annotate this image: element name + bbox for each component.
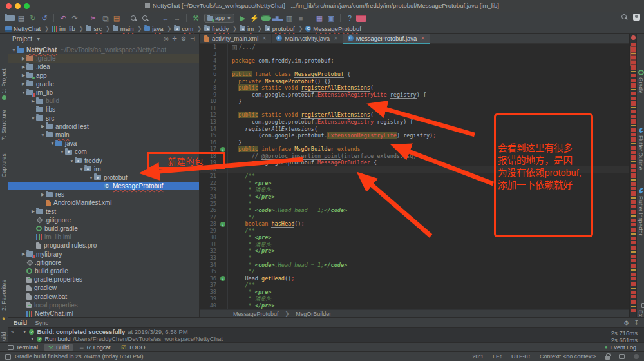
paste-icon[interactable]: ▤ (111, 14, 122, 23)
breadcrumb-item-im_lib[interactable]: im_lib (52, 25, 75, 32)
tool-button-1-project[interactable]: 1: Project (1, 68, 7, 93)
settings-gear-icon[interactable]: ⚙ (623, 320, 629, 326)
find-icon[interactable] (130, 15, 140, 22)
tool-button-gradle[interactable]: Gradle (638, 70, 644, 94)
tree-item-build.gradle[interactable]: build.gradle (8, 224, 199, 233)
tree-item-src[interactable]: ▼src (8, 114, 199, 122)
toggle-toolwindows-icon[interactable] (5, 354, 11, 360)
profile-avatar-icon[interactable] (633, 14, 640, 21)
crumb-MessageProtobuf[interactable]: MessageProtobuf (233, 311, 279, 317)
close-icon[interactable]: ✕ (262, 35, 267, 41)
chevron-down-icon[interactable]: ▼ (23, 329, 26, 334)
toolwindow-button-6-logcat[interactable]: ≣6: Logcat (75, 344, 115, 351)
attach-debugger-icon[interactable]: ▥ (284, 14, 294, 23)
tree-item-im_lib[interactable]: ▼im_lib (8, 88, 199, 97)
close-icon[interactable]: ✕ (334, 35, 338, 41)
avd-manager-icon[interactable] (356, 15, 366, 22)
chevron-down-icon[interactable]: ▼ (30, 337, 34, 341)
tree-item-gradlew[interactable]: gradlew (8, 284, 199, 292)
profile-icon[interactable] (272, 15, 283, 21)
apply-changes-icon[interactable]: ⚡ (249, 14, 260, 23)
forward-icon[interactable]: → (172, 14, 182, 23)
tree-item-protobuf[interactable]: ▼protobuf (8, 173, 199, 182)
chevron-down-icon[interactable]: ▼ (40, 133, 46, 137)
tree-item-gradlew.bat[interactable]: gradlew.bat (8, 292, 199, 300)
tree-item-gradle[interactable]: ▶gradle (8, 80, 199, 88)
tree-item-AndroidManifest.xml[interactable]: AndroidManifest.xml (8, 199, 199, 207)
search-everywhere-icon[interactable] (621, 14, 628, 21)
close-icon[interactable]: ✕ (421, 35, 425, 41)
breadcrumb-item-main[interactable]: main (113, 25, 134, 32)
tree-item-build.gradle[interactable]: build.gradle (8, 267, 199, 275)
save-icon[interactable]: ▤ (16, 14, 26, 23)
tree-item-test[interactable]: ▶test (8, 208, 199, 216)
chevron-down-icon[interactable]: ▼ (88, 175, 94, 180)
tree-item-.gradle[interactable]: ▶.gradle (8, 54, 199, 63)
tool-button-flutter-outline[interactable]: Flutter Outline (638, 128, 644, 170)
implemented-marker-icon[interactable]: ↓ (220, 147, 225, 152)
build-tab-Sync[interactable]: Sync (35, 319, 48, 326)
encoding[interactable]: UTF-8↕ (511, 353, 531, 360)
undo-icon[interactable]: ↶ (58, 14, 68, 23)
chevron-right-icon[interactable]: ▶ (21, 56, 26, 61)
cut-icon[interactable]: ✂ (88, 14, 99, 23)
toolwindow-button-build[interactable]: ⚒Build (44, 344, 73, 351)
open-folder-icon[interactable] (5, 15, 15, 21)
chevron-down-icon[interactable]: ▼ (11, 48, 17, 52)
device-icon[interactable] (619, 354, 625, 359)
hide-panel-icon[interactable]: ⊣ (190, 35, 195, 42)
tree-item-mylibrary[interactable]: ▶mylibrary (8, 250, 199, 259)
tree-item-NettyChat[interactable]: ▼NettyChat~/DevTools/as_workspace/NettyC… (8, 46, 199, 54)
build-row-2[interactable]: ▼✓Run build /Users/FreddyChen/DevTools/a… (8, 335, 644, 342)
tree-item-.gitignore[interactable]: .gitignore (8, 216, 199, 224)
back-icon[interactable]: ← (160, 14, 171, 23)
context[interactable]: Context: <no context> (540, 353, 596, 360)
breadcrumb-item-src[interactable]: src (86, 25, 102, 32)
breadcrumb-item-com[interactable]: com (174, 25, 193, 32)
breadcrumb-item-freddy[interactable]: freddy (204, 25, 229, 32)
tree-item-gradle.properties[interactable]: gradle.properties (8, 275, 199, 284)
editor-tab-MessageProtobuf.java[interactable]: CMessageProtobuf.java✕ (343, 34, 430, 43)
chevron-right-icon[interactable]: ▶ (40, 124, 46, 129)
chevron-right-icon[interactable]: ▶ (21, 251, 26, 257)
chevron-right-icon[interactable]: ▶ (21, 73, 26, 78)
editor-tab-MainActivity.java[interactable]: CMainActivity.java✕ (272, 34, 343, 43)
find-replace-icon[interactable] (142, 15, 152, 22)
chevron-down-icon[interactable]: ▼ (50, 141, 55, 146)
locate-icon[interactable]: ◎ (164, 35, 169, 42)
collapse-icon[interactable]: ↧ (634, 320, 639, 326)
implemented-marker-icon[interactable]: ↓ (220, 222, 225, 227)
tree-item-im_lib.iml[interactable]: im_lib.iml (8, 233, 199, 241)
tree-item-.idea[interactable]: ▶.idea (8, 63, 199, 71)
tree-item-main[interactable]: ▼main (8, 131, 199, 139)
lock-icon[interactable] (605, 356, 610, 360)
toolwindow-button-terminal[interactable]: Terminal (4, 344, 42, 351)
breadcrumb-item-protobuf[interactable]: protobuf (265, 25, 295, 32)
build-row-1[interactable]: ▼✓Build: completed successfully at 2019/… (8, 328, 644, 335)
chevron-right-icon[interactable]: ▶ (40, 192, 46, 197)
tree-item-NettyChat.iml[interactable]: NettyChat.iml (8, 309, 199, 317)
build-hammer-icon[interactable]: ⚒ (191, 14, 201, 23)
tree-item-.gitignore[interactable]: .gitignore (8, 259, 199, 267)
chevron-right-icon[interactable]: ▶ (30, 209, 36, 214)
toolwindow-button-event-log[interactable]: ●Event Log (601, 344, 640, 351)
run-config-combo[interactable]: app▼ (204, 14, 234, 23)
sync-gradle-icon[interactable]: ↺ (39, 14, 50, 23)
breadcrumb-item-im[interactable]: im (240, 25, 254, 32)
chevron-down-icon[interactable]: ▼ (21, 90, 26, 95)
stop-icon[interactable]: ■ (296, 14, 306, 23)
collapse-all-icon[interactable]: ✛ (173, 35, 178, 42)
help-icon[interactable]: ? (345, 14, 355, 23)
tool-button-flutter-inspector[interactable]: Flutter Inspector (638, 188, 644, 235)
sdk-manager-icon[interactable]: ▣ (326, 14, 336, 23)
caret-position[interactable]: 20:1 (472, 353, 484, 360)
tree-item-local.properties[interactable]: local.properties (8, 301, 199, 309)
line-separator[interactable]: LF↕ (493, 353, 502, 360)
tree-item-app[interactable]: ▶app (8, 72, 199, 80)
breadcrumb-item-java[interactable]: java (144, 25, 163, 32)
chevron-down-icon[interactable]: ▼ (69, 159, 75, 163)
chevron-down-icon[interactable]: ▼ (79, 167, 84, 171)
chevron-right-icon[interactable]: ▶ (30, 99, 36, 104)
tool-button-captures[interactable]: Captures (1, 153, 7, 177)
build-tab-Build[interactable]: Build (14, 319, 27, 326)
